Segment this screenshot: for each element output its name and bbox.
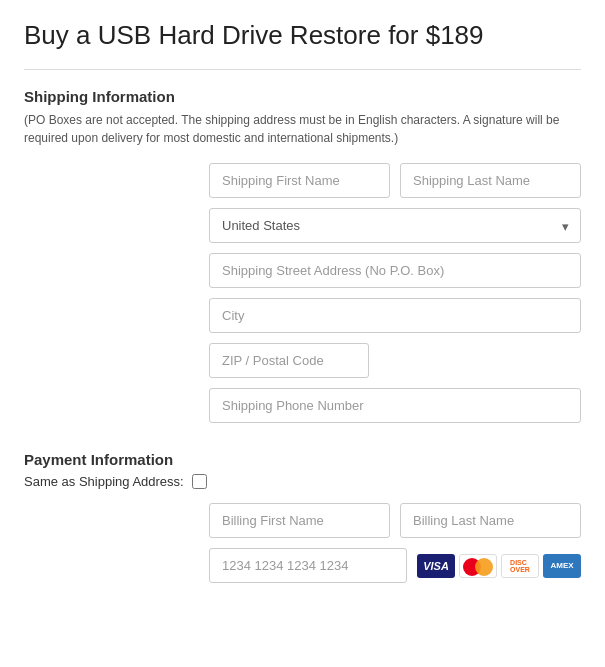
mastercard-icon [459, 554, 497, 578]
billing-first-name-input[interactable] [209, 503, 390, 538]
shipping-first-name-input[interactable] [209, 163, 390, 198]
same-as-shipping-label: Same as Shipping Address: [24, 474, 184, 489]
same-as-shipping-checkbox[interactable] [192, 474, 207, 489]
card-number-row: VISA DISCOVER AMEX [24, 548, 581, 583]
country-select-wrapper: United States Canada United Kingdom Aust… [209, 208, 581, 243]
amex-icon: AMEX [543, 554, 581, 578]
page-title: Buy a USB Hard Drive Restore for $189 [24, 20, 581, 51]
discover-icon: DISCOVER [501, 554, 539, 578]
billing-name-row [24, 503, 581, 538]
shipping-zip-input[interactable] [209, 343, 369, 378]
shipping-phone-input[interactable] [209, 388, 581, 423]
shipping-note: (PO Boxes are not accepted. The shipping… [24, 111, 581, 147]
street-row [24, 253, 581, 288]
payment-section-title: Payment Information [24, 451, 581, 468]
shipping-street-input[interactable] [209, 253, 581, 288]
visa-icon: VISA [417, 554, 455, 578]
card-icons: VISA DISCOVER AMEX [417, 554, 581, 578]
country-row: United States Canada United Kingdom Aust… [24, 208, 581, 243]
payment-section: Payment Information Same as Shipping Add… [24, 451, 581, 583]
card-number-input[interactable] [209, 548, 407, 583]
name-row [24, 163, 581, 198]
phone-row [24, 388, 581, 423]
shipping-last-name-input[interactable] [400, 163, 581, 198]
country-select[interactable]: United States Canada United Kingdom Aust… [209, 208, 581, 243]
shipping-section-title: Shipping Information [24, 88, 581, 105]
city-row [24, 298, 581, 333]
divider [24, 69, 581, 70]
shipping-city-input[interactable] [209, 298, 581, 333]
zip-row [24, 343, 581, 378]
same-as-shipping-row: Same as Shipping Address: [24, 474, 581, 489]
billing-last-name-input[interactable] [400, 503, 581, 538]
shipping-section: Shipping Information (PO Boxes are not a… [24, 88, 581, 423]
